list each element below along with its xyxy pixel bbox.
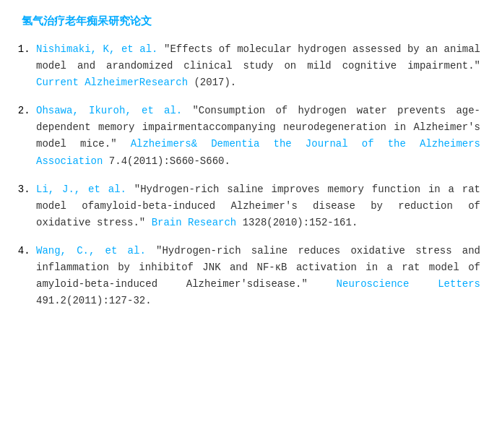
ref-authors-1: Nishimaki, K, et al. [36, 43, 158, 55]
ref-authors-4: Wang, C., et al. [36, 245, 146, 257]
ref-authors-3: Li, J., et al. [36, 184, 126, 195]
page-title: 氢气治疗老年痴呆研究论文 [22, 14, 480, 28]
ref-authors-2: Ohsawa, Ikuroh, et al. [36, 105, 182, 116]
list-item: Ohsawa, Ikuroh, et al. "Consumption of h… [36, 103, 480, 169]
ref-year-3: 1328(2010):152-161. [243, 217, 358, 228]
list-item: Li, J., et al. "Hydrogen-rich saline imp… [36, 181, 480, 231]
ref-year-2: 7.4(2011):S660-S660. [109, 155, 230, 167]
ref-journal-1: Current AlzheimerResearch [36, 77, 188, 88]
ref-journal-4: Neuroscience Letters [337, 278, 480, 290]
list-item: Nishimaki, K, et al. "Effects of molecul… [36, 41, 480, 91]
ref-year-4: 491.2(2011):127-32. [36, 295, 152, 306]
ref-year-1: (2017). [194, 77, 236, 88]
references-list: Nishimaki, K, et al. "Effects of molecul… [22, 41, 480, 309]
list-item: Wang, C., et al. "Hydrogen-rich saline r… [36, 243, 480, 309]
ref-journal-3: Brain Research [152, 217, 237, 228]
